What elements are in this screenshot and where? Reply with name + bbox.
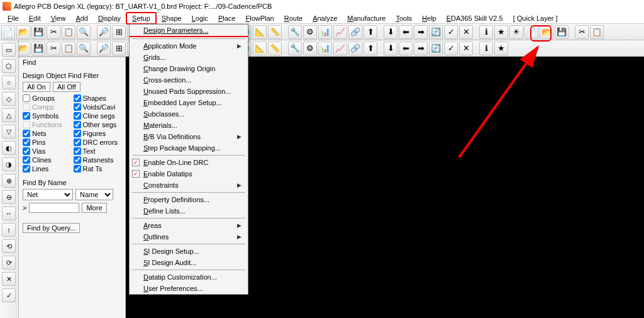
menu-add[interactable]: Add xyxy=(70,13,93,23)
toolbar-button[interactable]: 📂 xyxy=(16,25,30,39)
side-tool-button[interactable]: ↔ xyxy=(2,207,16,220)
setup-menu-enable-on-line-drc[interactable]: ✓Enable On-Line DRC xyxy=(130,157,248,168)
filter-checkbox[interactable] xyxy=(23,94,30,102)
menu-shape[interactable]: Shape xyxy=(157,13,187,23)
setup-menu-grids-[interactable]: Grids... xyxy=(130,52,248,63)
setup-menu-cross-section-[interactable]: Cross-section... xyxy=(130,74,248,86)
toolbar-button[interactable]: ⚙ xyxy=(303,42,317,55)
filter-shapes[interactable]: Shapes xyxy=(74,94,122,102)
setup-menu-areas[interactable]: Areas▶ xyxy=(130,220,248,231)
filter-checkbox[interactable] xyxy=(23,165,30,173)
filter-checkbox[interactable] xyxy=(74,147,81,155)
setup-menu-property-definitions-[interactable]: Property Definitions... xyxy=(130,194,248,205)
toolbar-button[interactable]: ⬇ xyxy=(384,42,397,55)
side-tool-button[interactable]: ○ xyxy=(2,76,16,89)
setup-menu-outlines[interactable]: Outlines▶ xyxy=(130,231,248,242)
toolbar-button[interactable]: 🔎 xyxy=(97,25,111,39)
setup-menu-unused-pads-suppression-[interactable]: Unused Pads Suppression... xyxy=(130,86,248,97)
toolbar-button[interactable]: ⬆ xyxy=(364,42,377,55)
toolbar-button[interactable]: ℹ xyxy=(479,25,493,39)
toolbar-button[interactable]: ✕ xyxy=(459,42,473,55)
find-value-input[interactable] xyxy=(29,203,79,213)
toolbar-button[interactable]: ✓ xyxy=(444,42,458,55)
find-by-query-button[interactable]: Find by Query... xyxy=(23,223,80,233)
menu-flowplan[interactable]: FlowPlan xyxy=(240,13,279,23)
filter-checkbox[interactable] xyxy=(23,156,30,164)
setup-menu-si-design-setup-[interactable]: SI Design Setup... xyxy=(130,246,248,257)
setup-menu-change-drawing-origin[interactable]: Change Drawing Origin xyxy=(130,63,248,74)
toolbar-button[interactable]: 💾 xyxy=(31,25,45,39)
setup-menu-design-parameters-[interactable]: Design Parameters... xyxy=(130,25,248,37)
filter-text[interactable]: Text xyxy=(74,147,122,155)
toolbar-button[interactable]: 🔍 xyxy=(77,25,91,39)
toolbar-button[interactable]: 📋 xyxy=(590,25,604,39)
toolbar-button[interactable]: ✂ xyxy=(575,25,589,39)
find-type-select[interactable]: Net xyxy=(23,189,73,200)
filter-checkbox[interactable] xyxy=(74,156,81,164)
setup-menu-datatip-customization-[interactable]: Datatip Customization... xyxy=(130,271,248,283)
filter-ratsnests[interactable]: Ratsnests xyxy=(74,156,122,164)
toolbar-button[interactable]: 🔄 xyxy=(429,25,443,39)
side-tool-button[interactable]: ↕ xyxy=(2,223,16,237)
filter-checkbox[interactable] xyxy=(23,139,30,146)
toolbar-button[interactable]: 📋 xyxy=(62,25,75,39)
toolbar-button[interactable]: 🔗 xyxy=(348,42,362,55)
filter-voids-cavi[interactable]: Voids/Cavi xyxy=(74,103,122,111)
toolbar-button[interactable]: ⬆ xyxy=(364,25,377,39)
side-tool-button[interactable]: ▽ xyxy=(2,125,16,139)
setup-menu-define-lists-[interactable]: Define Lists... xyxy=(130,205,248,217)
toolbar-button[interactable]: 🔧 xyxy=(288,42,302,55)
toolbar-button[interactable]: ⊞ xyxy=(112,25,126,39)
toolbar-button[interactable]: ⊞ xyxy=(112,42,126,55)
menu-display[interactable]: Display xyxy=(93,13,126,23)
toolbar-button[interactable]: 🔧 xyxy=(288,25,302,39)
filter-checkbox[interactable] xyxy=(23,130,30,137)
more-button[interactable]: More xyxy=(82,203,106,213)
toolbar-button[interactable]: ➡ xyxy=(414,42,428,55)
filter-pins[interactable]: Pins xyxy=(23,139,71,146)
side-tool-button[interactable]: ◑ xyxy=(2,157,16,171)
setup-menu-constraints[interactable]: Constraints▶ xyxy=(130,179,248,191)
setup-menu-step-package-mapping-[interactable]: Step Package Mapping... xyxy=(130,142,248,154)
side-tool-button[interactable]: △ xyxy=(2,108,16,122)
toolbar-button[interactable]: 📈 xyxy=(333,25,347,39)
toolbar-button[interactable]: ☀ xyxy=(509,25,523,39)
filter-lines[interactable]: Lines xyxy=(23,165,71,173)
toolbar-button[interactable]: 📏 xyxy=(268,25,282,39)
menu-edit[interactable]: Edit xyxy=(24,13,46,23)
all-off-button[interactable]: All Off xyxy=(53,82,80,92)
menu-place[interactable]: Place xyxy=(213,13,241,23)
toolbar-button[interactable]: ★ xyxy=(494,25,508,39)
side-tool-button[interactable]: ◐ xyxy=(2,141,16,155)
side-tool-button[interactable]: ✕ xyxy=(2,272,16,286)
toolbar-button[interactable]: ⬅ xyxy=(399,42,413,55)
toolbar-button[interactable]: 📊 xyxy=(318,25,332,39)
filter-drc-errors[interactable]: DRC errors xyxy=(74,139,122,146)
toolbar-button[interactable]: ➡ xyxy=(414,25,428,39)
find-name-select[interactable]: Name xyxy=(75,189,113,200)
menu-view[interactable]: View xyxy=(46,13,71,23)
side-tool-button[interactable]: ⟳ xyxy=(2,256,16,270)
filter-checkbox[interactable] xyxy=(74,112,81,120)
toolbar-button[interactable]: 💾 xyxy=(31,42,45,55)
filter-groups[interactable]: Groups xyxy=(23,94,71,102)
setup-menu-b-b-via-definitions[interactable]: B/B Via Definitions▶ xyxy=(130,131,248,142)
setup-menu-si-design-audit-[interactable]: SI Design Audit... xyxy=(130,257,248,268)
filter-rat-ts[interactable]: Rat Ts xyxy=(74,165,122,173)
toolbar-button[interactable]: ✂ xyxy=(47,42,60,55)
toolbar-button[interactable]: 📋 xyxy=(62,42,75,55)
filter-checkbox[interactable] xyxy=(74,121,81,128)
toolbar-button[interactable]: 📊 xyxy=(318,42,332,55)
menu-file[interactable]: File xyxy=(3,13,24,23)
side-tool-button[interactable]: ⊖ xyxy=(2,190,16,204)
toolbar-button[interactable]: 🔎 xyxy=(97,42,111,55)
filter-checkbox[interactable] xyxy=(74,139,81,146)
side-tool-button[interactable]: ▭ xyxy=(2,43,16,57)
menu-tools[interactable]: Tools xyxy=(391,13,417,23)
toolbar-button[interactable]: 📏 xyxy=(268,42,282,55)
setup-menu-embedded-layer-setup-[interactable]: Embedded Layer Setup... xyxy=(130,97,248,108)
filter-cline-segs[interactable]: Cline segs xyxy=(74,112,122,120)
toolbar-button[interactable]: 📐 xyxy=(253,25,267,39)
menu-route[interactable]: Route xyxy=(279,13,308,23)
toolbar-button[interactable]: ⬅ xyxy=(399,25,413,39)
